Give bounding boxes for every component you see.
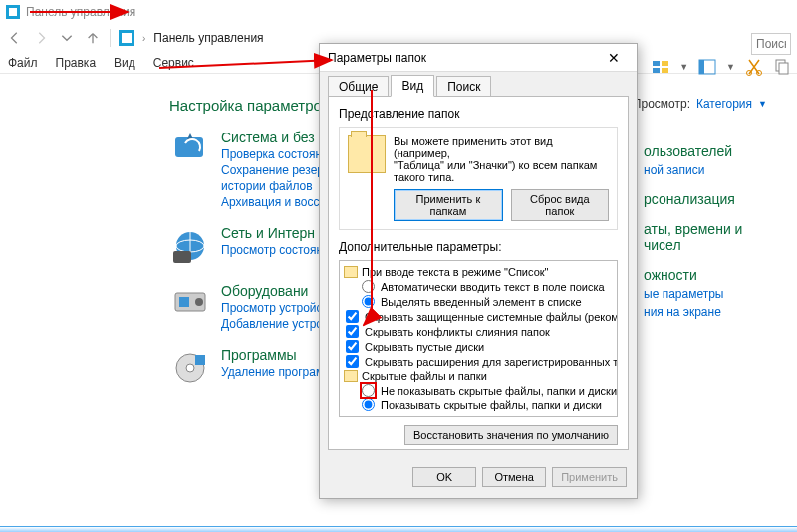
page-title: Настройка параметров bbox=[169, 97, 330, 114]
folder-view-text: Вы можете применить этот вид (например, bbox=[394, 135, 609, 159]
advanced-settings-list[interactable]: При вводе текста в режиме "Список"Автома… bbox=[339, 260, 618, 417]
folder-view-section-title: Представление папок bbox=[339, 107, 618, 121]
advanced-item-label: Скрывать конфликты слияния папок bbox=[365, 326, 550, 338]
breadcrumb[interactable]: Панель управления bbox=[153, 31, 263, 45]
category-title[interactable]: Система и без bbox=[221, 130, 330, 145]
advanced-item-label: При вводе текста в режиме "Список" bbox=[362, 266, 548, 278]
cut-icon[interactable] bbox=[745, 58, 763, 76]
dialog-titlebar: Параметры папок ✕ bbox=[320, 44, 637, 72]
rcat-title[interactable]: ользователей bbox=[644, 143, 783, 159]
address-icon bbox=[119, 30, 134, 46]
rcat-link[interactable]: ния на экране bbox=[644, 305, 783, 319]
right-category-list: ользователей ной записи рсонализация аты… bbox=[644, 130, 783, 319]
tab-view[interactable]: Вид bbox=[391, 75, 434, 97]
category-link[interactable]: Сохранение резерв bbox=[221, 163, 330, 177]
checkbox[interactable] bbox=[346, 340, 359, 353]
advanced-item-label: Автоматически вводить текст в поле поиск… bbox=[381, 281, 605, 293]
category-link[interactable]: Проверка состояни bbox=[221, 147, 330, 161]
radio[interactable] bbox=[362, 280, 375, 293]
advanced-item[interactable]: Скрывать конфликты слияния папок bbox=[342, 324, 615, 339]
category-link[interactable]: Удаление програм bbox=[221, 365, 324, 379]
advanced-item[interactable]: Автоматически вводить текст в поле поиск… bbox=[342, 279, 615, 294]
category-title[interactable]: Оборудовани bbox=[221, 283, 330, 299]
svg-rect-13 bbox=[173, 251, 191, 263]
svg-point-18 bbox=[186, 364, 194, 372]
organize-icon[interactable] bbox=[652, 58, 669, 76]
pane-icon[interactable] bbox=[698, 58, 716, 76]
reset-folders-button[interactable]: Сброс вида папок bbox=[511, 189, 609, 221]
rcat-title[interactable]: аты, времени и чисел bbox=[644, 221, 783, 253]
copy-icon[interactable] bbox=[773, 58, 791, 76]
apply-to-folders-button[interactable]: Применить к папкам bbox=[394, 189, 503, 221]
cancel-button[interactable]: Отмена bbox=[482, 467, 546, 487]
category-title[interactable]: Программы bbox=[221, 347, 324, 363]
rcat-link[interactable]: ной записи bbox=[644, 163, 783, 177]
dialog-title: Параметры папок bbox=[328, 51, 426, 65]
window-border-bottom bbox=[0, 526, 797, 532]
chevron-right-icon: › bbox=[142, 33, 145, 44]
window-title: Панель управления bbox=[26, 5, 135, 19]
view-selector: Просмотр: Категория ▼ bbox=[633, 97, 767, 111]
programs-icon bbox=[169, 347, 211, 389]
rcat-title[interactable]: ожности bbox=[644, 267, 783, 283]
advanced-item-label: Не показывать скрытые файлы, папки и дис… bbox=[381, 385, 617, 397]
advanced-item[interactable]: Показывать скрытые файлы, папки и диски bbox=[342, 398, 615, 412]
advanced-item[interactable]: Скрывать пустые диски bbox=[342, 339, 615, 354]
advanced-item[interactable]: Выделять введенный элемент в списке bbox=[342, 294, 615, 309]
svg-rect-19 bbox=[195, 355, 205, 365]
folder-view-text: "Таблица" или "Значки") ко всем папкам bbox=[394, 159, 609, 171]
category-link[interactable]: Архивация и восст bbox=[221, 195, 330, 209]
advanced-item[interactable]: Скрывать расширения для зарегистрированн… bbox=[342, 354, 615, 369]
advanced-item[interactable]: Скрывать защищенные системные файлы (рек… bbox=[342, 309, 615, 324]
forward-button[interactable] bbox=[32, 29, 50, 47]
svg-rect-15 bbox=[179, 297, 189, 307]
advanced-item-label: Показывать скрытые файлы, папки и диски bbox=[381, 399, 602, 411]
category-title[interactable]: Сеть и Интерн bbox=[221, 225, 330, 241]
folder-view-text: такого типа. bbox=[394, 171, 609, 183]
view-value[interactable]: Категория bbox=[696, 97, 752, 111]
close-button[interactable]: ✕ bbox=[599, 48, 629, 68]
advanced-item-label: Выделять введенный элемент в списке bbox=[381, 296, 582, 308]
advanced-label: Дополнительные параметры: bbox=[339, 240, 618, 254]
tab-search[interactable]: Поиск bbox=[436, 76, 491, 97]
toolbar-right: ▼ ▼ bbox=[652, 58, 791, 76]
radio[interactable] bbox=[362, 399, 375, 411]
dropdown-icon-2[interactable]: ▼ bbox=[726, 62, 735, 72]
menu-file[interactable]: Файл bbox=[8, 56, 38, 70]
checkbox[interactable] bbox=[346, 310, 359, 323]
back-button[interactable] bbox=[6, 29, 24, 47]
ok-button[interactable]: OK bbox=[412, 467, 476, 487]
rcat-title[interactable]: рсонализация bbox=[644, 191, 783, 207]
folder-mini-icon bbox=[344, 370, 358, 382]
category-link[interactable]: Просмотр состояни bbox=[221, 243, 330, 257]
folder-mini-icon bbox=[344, 266, 358, 278]
apply-button[interactable]: Применить bbox=[552, 467, 627, 487]
category-link[interactable]: истории файлов bbox=[221, 179, 330, 193]
search-input[interactable] bbox=[751, 33, 791, 55]
rcat-link[interactable]: ые параметры bbox=[644, 287, 783, 301]
category-link[interactable]: Добавление устрой bbox=[221, 317, 330, 331]
checkbox[interactable] bbox=[346, 355, 359, 368]
advanced-item[interactable]: Скрытые файлы и папки bbox=[342, 369, 615, 383]
radio[interactable] bbox=[362, 295, 375, 308]
network-icon bbox=[169, 225, 211, 267]
menu-service[interactable]: Сервис bbox=[153, 56, 194, 70]
history-dropdown[interactable] bbox=[58, 29, 76, 47]
folder-view-box: Вы можете применить этот вид (например, … bbox=[339, 127, 618, 230]
folder-icon bbox=[348, 135, 386, 173]
up-button[interactable] bbox=[84, 29, 102, 47]
dropdown-icon[interactable]: ▼ bbox=[679, 62, 688, 72]
menu-edit[interactable]: Правка bbox=[56, 56, 97, 70]
restore-defaults-button[interactable]: Восстановить значения по умолчанию bbox=[404, 425, 618, 445]
checkbox[interactable] bbox=[346, 325, 359, 338]
app-icon bbox=[6, 5, 20, 19]
svg-rect-1 bbox=[653, 68, 660, 73]
chevron-down-icon[interactable]: ▼ bbox=[758, 99, 767, 109]
menu-view[interactable]: Вид bbox=[114, 56, 135, 70]
system-icon bbox=[169, 130, 211, 171]
radio[interactable] bbox=[362, 384, 375, 397]
advanced-item[interactable]: При вводе текста в режиме "Список" bbox=[342, 265, 615, 279]
advanced-item[interactable]: Не показывать скрытые файлы, папки и дис… bbox=[342, 383, 615, 398]
tab-general[interactable]: Общие bbox=[328, 76, 389, 97]
category-link[interactable]: Просмотр устройст bbox=[221, 301, 330, 315]
